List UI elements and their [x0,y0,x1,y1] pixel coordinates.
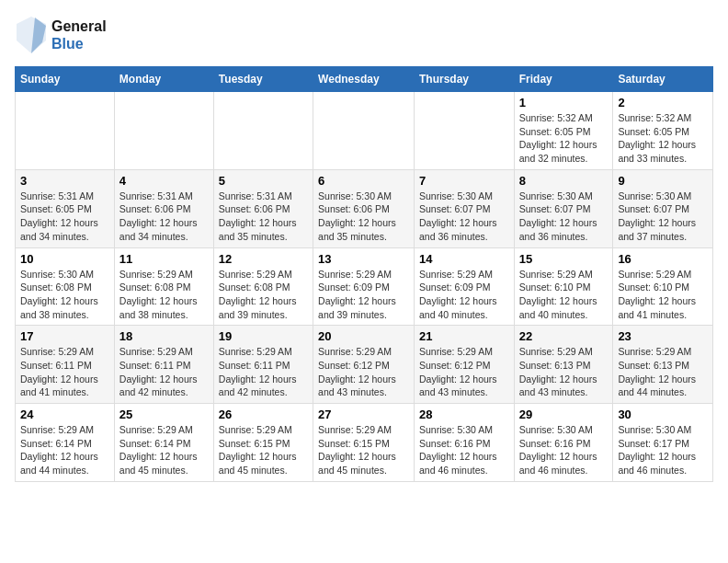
calendar-cell: 17Sunrise: 5:29 AM Sunset: 6:11 PM Dayli… [16,326,115,404]
day-number: 6 [318,174,409,188]
day-number: 14 [419,252,509,266]
calendar-cell: 16Sunrise: 5:29 AM Sunset: 6:10 PM Dayli… [613,247,713,326]
logo-icon [15,15,48,55]
day-info: Sunrise: 5:29 AM Sunset: 6:11 PM Dayligh… [119,345,209,399]
day-number: 1 [519,96,609,109]
day-number: 23 [618,329,708,343]
day-number: 25 [119,408,209,421]
day-info: Sunrise: 5:29 AM Sunset: 6:12 PM Dayligh… [419,345,509,399]
day-number: 3 [20,174,109,188]
day-number: 2 [618,96,708,109]
day-info: Sunrise: 5:30 AM Sunset: 6:16 PM Dayligh… [519,423,609,477]
weekday-header-friday: Friday [514,67,613,92]
calendar-cell [414,92,514,170]
calendar-cell: 2Sunrise: 5:32 AM Sunset: 6:05 PM Daylig… [613,92,713,170]
day-number: 7 [419,174,509,188]
calendar-table: SundayMondayTuesdayWednesdayThursdayFrid… [15,66,713,482]
calendar-cell [114,92,213,170]
day-info: Sunrise: 5:29 AM Sunset: 6:10 PM Dayligh… [618,268,708,322]
calendar-cell: 12Sunrise: 5:29 AM Sunset: 6:08 PM Dayli… [213,247,313,326]
day-number: 28 [419,408,509,421]
day-number: 16 [618,252,708,266]
weekday-header-thursday: Thursday [414,67,514,92]
day-info: Sunrise: 5:29 AM Sunset: 6:14 PM Dayligh… [119,423,209,477]
day-number: 4 [119,174,209,188]
day-number: 8 [519,174,609,188]
day-number: 24 [20,408,109,421]
calendar-cell: 24Sunrise: 5:29 AM Sunset: 6:14 PM Dayli… [16,404,115,482]
day-number: 9 [618,174,708,188]
day-number: 19 [219,329,308,343]
day-info: Sunrise: 5:30 AM Sunset: 6:06 PM Dayligh… [318,190,409,244]
calendar-cell: 9Sunrise: 5:30 AM Sunset: 6:07 PM Daylig… [613,169,713,247]
day-number: 18 [119,329,209,343]
day-info: Sunrise: 5:31 AM Sunset: 6:05 PM Dayligh… [20,190,109,244]
day-info: Sunrise: 5:29 AM Sunset: 6:12 PM Dayligh… [318,345,409,399]
weekday-header-monday: Monday [114,67,213,92]
weekday-header-sunday: Sunday [16,67,115,92]
day-info: Sunrise: 5:29 AM Sunset: 6:09 PM Dayligh… [419,268,509,322]
day-number: 10 [20,252,109,266]
day-info: Sunrise: 5:32 AM Sunset: 6:05 PM Dayligh… [618,111,708,166]
calendar-cell: 6Sunrise: 5:30 AM Sunset: 6:06 PM Daylig… [313,169,415,247]
day-info: Sunrise: 5:29 AM Sunset: 6:11 PM Dayligh… [20,345,109,399]
calendar-cell: 23Sunrise: 5:29 AM Sunset: 6:13 PM Dayli… [613,326,713,404]
logo: General Blue [15,15,107,55]
calendar-week-1: 1Sunrise: 5:32 AM Sunset: 6:05 PM Daylig… [16,92,713,170]
day-info: Sunrise: 5:31 AM Sunset: 6:06 PM Dayligh… [119,190,209,244]
weekday-header-saturday: Saturday [613,67,713,92]
day-number: 26 [219,408,308,421]
day-info: Sunrise: 5:30 AM Sunset: 6:07 PM Dayligh… [519,190,609,244]
calendar-cell: 3Sunrise: 5:31 AM Sunset: 6:05 PM Daylig… [16,169,115,247]
day-number: 12 [219,252,308,266]
day-info: Sunrise: 5:31 AM Sunset: 6:06 PM Dayligh… [219,190,308,244]
day-number: 5 [219,174,308,188]
calendar-cell: 11Sunrise: 5:29 AM Sunset: 6:08 PM Dayli… [114,247,213,326]
weekday-header-tuesday: Tuesday [213,67,313,92]
page-header: General Blue [15,15,713,55]
calendar-week-2: 3Sunrise: 5:31 AM Sunset: 6:05 PM Daylig… [16,169,713,247]
day-info: Sunrise: 5:29 AM Sunset: 6:13 PM Dayligh… [618,345,708,399]
day-info: Sunrise: 5:29 AM Sunset: 6:15 PM Dayligh… [318,423,409,477]
calendar-cell: 14Sunrise: 5:29 AM Sunset: 6:09 PM Dayli… [414,247,514,326]
day-number: 13 [318,252,409,266]
day-info: Sunrise: 5:29 AM Sunset: 6:15 PM Dayligh… [219,423,308,477]
day-number: 15 [519,252,609,266]
calendar-cell: 29Sunrise: 5:30 AM Sunset: 6:16 PM Dayli… [514,404,613,482]
calendar-cell: 25Sunrise: 5:29 AM Sunset: 6:14 PM Dayli… [114,404,213,482]
day-info: Sunrise: 5:29 AM Sunset: 6:10 PM Dayligh… [519,268,609,322]
calendar-cell: 7Sunrise: 5:30 AM Sunset: 6:07 PM Daylig… [414,169,514,247]
day-info: Sunrise: 5:29 AM Sunset: 6:11 PM Dayligh… [219,345,308,399]
calendar-cell: 22Sunrise: 5:29 AM Sunset: 6:13 PM Dayli… [514,326,613,404]
calendar-cell [313,92,415,170]
calendar-cell: 4Sunrise: 5:31 AM Sunset: 6:06 PM Daylig… [114,169,213,247]
calendar-week-3: 10Sunrise: 5:30 AM Sunset: 6:08 PM Dayli… [16,247,713,326]
day-info: Sunrise: 5:30 AM Sunset: 6:17 PM Dayligh… [618,423,708,477]
calendar-cell: 8Sunrise: 5:30 AM Sunset: 6:07 PM Daylig… [514,169,613,247]
day-number: 22 [519,329,609,343]
day-info: Sunrise: 5:29 AM Sunset: 6:09 PM Dayligh… [318,268,409,322]
logo-general: General [51,17,107,35]
calendar-week-4: 17Sunrise: 5:29 AM Sunset: 6:11 PM Dayli… [16,326,713,404]
calendar-cell: 20Sunrise: 5:29 AM Sunset: 6:12 PM Dayli… [313,326,415,404]
calendar-cell: 30Sunrise: 5:30 AM Sunset: 6:17 PM Dayli… [613,404,713,482]
day-info: Sunrise: 5:29 AM Sunset: 6:14 PM Dayligh… [20,423,109,477]
day-info: Sunrise: 5:29 AM Sunset: 6:08 PM Dayligh… [119,268,209,322]
calendar-cell: 21Sunrise: 5:29 AM Sunset: 6:12 PM Dayli… [414,326,514,404]
calendar-cell: 13Sunrise: 5:29 AM Sunset: 6:09 PM Dayli… [313,247,415,326]
day-number: 30 [618,408,708,421]
calendar-cell: 1Sunrise: 5:32 AM Sunset: 6:05 PM Daylig… [514,92,613,170]
day-number: 17 [20,329,109,343]
day-number: 20 [318,329,409,343]
calendar-cell: 28Sunrise: 5:30 AM Sunset: 6:16 PM Dayli… [414,404,514,482]
calendar-cell: 26Sunrise: 5:29 AM Sunset: 6:15 PM Dayli… [213,404,313,482]
day-number: 27 [318,408,409,421]
day-info: Sunrise: 5:29 AM Sunset: 6:08 PM Dayligh… [219,268,308,322]
calendar-cell [213,92,313,170]
calendar-cell: 18Sunrise: 5:29 AM Sunset: 6:11 PM Dayli… [114,326,213,404]
calendar-cell: 5Sunrise: 5:31 AM Sunset: 6:06 PM Daylig… [213,169,313,247]
calendar-week-5: 24Sunrise: 5:29 AM Sunset: 6:14 PM Dayli… [16,404,713,482]
weekday-header-wednesday: Wednesday [313,67,415,92]
day-info: Sunrise: 5:30 AM Sunset: 6:08 PM Dayligh… [20,268,109,322]
calendar-cell: 27Sunrise: 5:29 AM Sunset: 6:15 PM Dayli… [313,404,415,482]
